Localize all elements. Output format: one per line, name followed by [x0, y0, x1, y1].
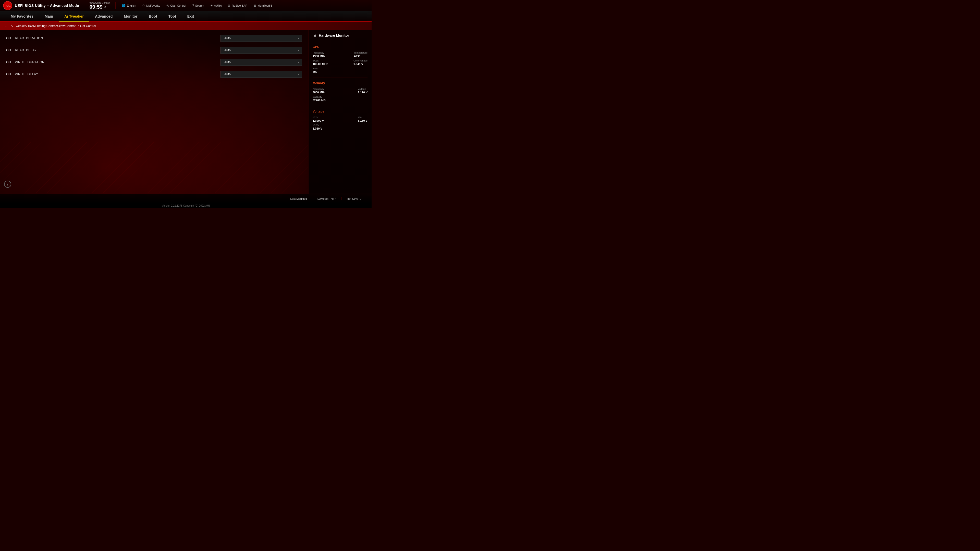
ezmode-button[interactable]: EzMode(F7)|→: [312, 197, 342, 200]
mem-freq-label: Frequency: [313, 87, 325, 90]
myfavorite-icon: ☆: [142, 4, 145, 7]
cpu-freq-value: 4900 MHz: [313, 55, 325, 58]
topnav-myfavorite-label: MyFavorite: [146, 4, 160, 7]
topnav-aura[interactable]: ✦ AURA: [208, 3, 224, 8]
version-text: Version 2.21.1278 Copyright (C) 2022 AMI: [162, 204, 210, 207]
volt-12-col: +12V 12.000 V: [313, 116, 324, 122]
setting-row-odt-write-duration: ODT_WRITE_DURATION Auto: [0, 57, 308, 68]
cpu-ratio-col: Ratio 49x: [313, 67, 318, 73]
hotkeys-button[interactable]: Hot Keys ?: [342, 197, 366, 200]
topnav-aura-label: AURA: [214, 4, 222, 7]
volt-33-value: 3.360 V: [313, 127, 322, 130]
volt-5-value: 5.160 V: [358, 119, 368, 122]
hw-divider-1: [313, 78, 368, 78]
topnav-resizebar[interactable]: ⊞ ReSize BAR: [225, 3, 250, 8]
mem-freq-value: 4800 MHz: [313, 91, 325, 94]
language-icon: 🌐: [122, 4, 126, 7]
setting-value-odt-write-delay[interactable]: Auto: [221, 71, 302, 78]
last-modified-button[interactable]: Last Modified: [285, 197, 312, 200]
cpu-corevolt-value: 1.341 V: [353, 62, 368, 65]
info-button[interactable]: i: [4, 181, 11, 188]
nav-myfavorites[interactable]: My Favorites: [5, 11, 39, 21]
cpu-temp-label: Temperature: [354, 51, 368, 54]
volt-12-label: +12V: [313, 116, 324, 119]
cpu-corevolt-col: Core Voltage 1.341 V: [353, 59, 368, 65]
topnav-memtest[interactable]: ▦ MemTest86: [251, 3, 275, 8]
mem-freq-col: Frequency 4800 MHz: [313, 87, 325, 94]
cpu-temp-col: Temperature 46°C: [354, 51, 368, 58]
setting-value-odt-write-duration[interactable]: Auto: [221, 59, 302, 66]
settings-icon[interactable]: ⚙: [103, 5, 106, 8]
setting-row-odt-read-delay: ODT_READ_DELAY Auto: [0, 44, 308, 56]
topnav-qfan-label: Qfan Control: [170, 4, 186, 7]
aura-icon: ✦: [210, 4, 213, 7]
cpu-freq-col: Frequency 4900 MHz: [313, 51, 325, 58]
cpu-bclk-label: BCLK: [313, 59, 328, 62]
topnav-myfavorite[interactable]: ☆ MyFavorite: [140, 3, 162, 8]
setting-row-odt-write-delay: ODT_WRITE_DELAY Auto: [0, 68, 308, 80]
monitor-icon: 🖥: [313, 33, 317, 38]
bottom-footer: Last Modified EzMode(F7)|→ Hot Keys ? Ve…: [0, 194, 372, 208]
voltage-section-title: Voltage: [313, 110, 368, 113]
breadcrumb-back-button[interactable]: ←: [4, 24, 8, 28]
setting-row-odt-read-duration: ODT_READ_DURATION Auto: [0, 33, 308, 44]
breadcrumb-bar: ← Ai Tweaker\DRAM Timing Control\Skew Co…: [0, 22, 372, 30]
hw-panel-title: Hardware Monitor: [319, 33, 349, 38]
hw-panel-header: 🖥 Hardware Monitor: [313, 33, 368, 40]
divider: [86, 2, 86, 9]
memtest-icon: ▦: [253, 4, 256, 7]
cpu-ratio-row: Ratio 49x: [313, 67, 368, 73]
resizebar-icon: ⊞: [228, 4, 231, 7]
rog-logo-icon: ROG: [3, 1, 12, 10]
cpu-freq-temp-row: Frequency 4900 MHz Temperature 46°C: [313, 51, 368, 58]
volt-12-5-row: +12V 12.000 V +5V 5.160 V: [313, 116, 368, 122]
volt-5-col: +5V 5.160 V: [358, 116, 368, 122]
main-nav: My Favorites Main Ai Tweaker Advanced Mo…: [0, 11, 372, 22]
cpu-ratio-value: 49x: [313, 70, 318, 73]
mem-capacity-col: Capacity 32768 MB: [313, 95, 326, 102]
top-nav-items: 🌐 English ☆ MyFavorite ◎ Qfan Control ? …: [119, 3, 369, 8]
divider2: [115, 2, 116, 9]
setting-label-odt-write-duration: ODT_WRITE_DURATION: [6, 60, 221, 64]
content-panel: ODT_READ_DURATION Auto ODT_READ_DELAY Au…: [0, 30, 308, 194]
qfan-icon: ◎: [166, 4, 169, 7]
cpu-bclk-voltage-row: BCLK 100.00 MHz Core Voltage 1.341 V: [313, 59, 368, 65]
version-bar: Version 2.21.1278 Copyright (C) 2022 AMI: [0, 203, 372, 208]
nav-aitweaker[interactable]: Ai Tweaker: [59, 11, 89, 21]
mem-volt-value: 1.120 V: [358, 91, 368, 94]
nav-boot[interactable]: Boot: [143, 11, 163, 21]
setting-label-odt-read-delay: ODT_READ_DELAY: [6, 48, 221, 52]
setting-value-odt-read-delay[interactable]: Auto: [221, 47, 302, 54]
mem-freq-volt-row: Frequency 4800 MHz Voltage 1.120 V: [313, 87, 368, 94]
setting-value-odt-read-duration[interactable]: Auto: [221, 35, 302, 42]
logo-area: ROG UEFI BIOS Utility – Advanced Mode: [3, 1, 79, 10]
topnav-language[interactable]: 🌐 English: [119, 3, 138, 8]
topnav-search[interactable]: ? Search: [189, 3, 207, 8]
nav-exit[interactable]: Exit: [182, 11, 200, 21]
nav-monitor[interactable]: Monitor: [118, 11, 143, 21]
topnav-memtest-label: MemTest86: [258, 4, 272, 7]
nav-advanced[interactable]: Advanced: [89, 11, 118, 21]
nav-tool[interactable]: Tool: [163, 11, 182, 21]
topnav-qfan[interactable]: ◎ Qfan Control: [164, 3, 189, 8]
app-title: UEFI BIOS Utility – Advanced Mode: [15, 3, 79, 8]
hw-divider-2: [313, 106, 368, 106]
time-text: 09:59: [89, 4, 103, 10]
bottom-bar: Last Modified EzMode(F7)|→ Hot Keys ?: [0, 194, 372, 203]
volt-33-row: +3.3V 3.360 V: [313, 124, 368, 130]
setting-label-odt-read-duration: ODT_READ_DURATION: [6, 37, 221, 40]
mem-capacity-value: 32768 MB: [313, 99, 326, 102]
volt-5-label: +5V: [358, 116, 368, 119]
time-area: 09:59 ⚙: [89, 4, 106, 10]
mem-volt-col: Voltage 1.120 V: [358, 87, 368, 94]
volt-12-value: 12.000 V: [313, 119, 324, 122]
nav-main[interactable]: Main: [39, 11, 59, 21]
hw-monitor-panel: 🖥 Hardware Monitor CPU Frequency 4900 MH…: [308, 30, 372, 194]
topnav-search-label: Search: [195, 4, 204, 7]
cpu-freq-label: Frequency: [313, 51, 325, 54]
mem-capacity-label: Capacity: [313, 95, 326, 98]
cpu-section-title: CPU: [313, 45, 368, 49]
top-bar: ROG UEFI BIOS Utility – Advanced Mode 08…: [0, 0, 372, 11]
cpu-corevolt-label: Core Voltage: [353, 59, 368, 62]
main-area: ODT_READ_DURATION Auto ODT_READ_DELAY Au…: [0, 30, 372, 194]
